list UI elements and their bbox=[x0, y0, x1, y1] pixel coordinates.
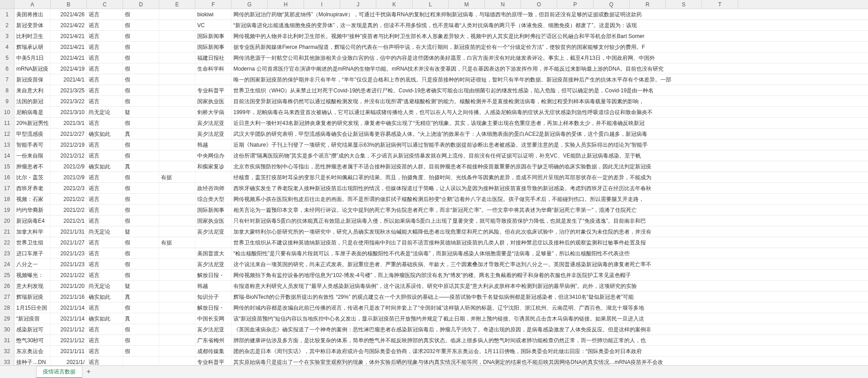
cell[interactable]: 尚无定论 bbox=[87, 281, 123, 291]
cell[interactable]: 假 bbox=[123, 118, 159, 128]
cell[interactable]: 中国长安网 bbox=[195, 313, 232, 324]
cell[interactable] bbox=[159, 42, 195, 52]
cell[interactable] bbox=[159, 226, 195, 237]
cell[interactable]: 确实如此 bbox=[87, 161, 123, 172]
cell[interactable]: 谣言 bbox=[87, 237, 123, 248]
cell[interactable]: 2021/1/23 bbox=[51, 248, 87, 258]
cell[interactable]: 假 bbox=[123, 270, 159, 280]
cell[interactable]: 2021/1/11 bbox=[51, 346, 87, 356]
cell[interactable]: 网传视频拍下角有监控设备的地理信息为“102-博发-4号楼”，而上海肿瘤医院内部… bbox=[232, 270, 268, 280]
cell[interactable]: 谣言 bbox=[87, 194, 123, 204]
cell[interactable] bbox=[195, 74, 232, 85]
cell[interactable]: 20%新冠男性 bbox=[14, 118, 51, 128]
cell[interactable]: 政经咨询师 bbox=[195, 183, 232, 193]
cell[interactable]: 世界卫生组织（WHO）从未禁止过对死于Covid-19的患者进行尸检。Covid… bbox=[232, 85, 268, 96]
cell[interactable]: VC bbox=[195, 20, 232, 30]
cell[interactable]: 约约华裔新 bbox=[14, 205, 51, 215]
cell[interactable]: 其实原始病毒只是提出了一个在实验室里观察到的现象，体外实验后晒的现象与体内真实情… bbox=[232, 357, 268, 365]
cell[interactable]: 网传视频系小孩在医院剃包皮后往出走的画面。而不是所谓的做肛拭子核酸检测后秒变“企… bbox=[232, 194, 268, 204]
row-header[interactable]: 4 bbox=[0, 42, 14, 52]
cell[interactable] bbox=[195, 237, 232, 248]
cell[interactable] bbox=[159, 302, 195, 313]
cell[interactable]: 该“新冠疫苗预约”短信内容以当地疾控中心名义发出，显示新冠疫苗已开放预约并规定了… bbox=[232, 313, 268, 324]
column-header-D[interactable]: D bbox=[123, 0, 159, 9]
cell[interactable]: 真 bbox=[123, 129, 159, 139]
cell[interactable]: 新冠病毒E4 bbox=[14, 215, 51, 226]
cell[interactable]: 韩越 bbox=[195, 281, 232, 291]
row-header[interactable]: 9 bbox=[0, 96, 14, 106]
cell[interactable] bbox=[159, 139, 195, 150]
cell[interactable]: 西班牙养老 bbox=[14, 183, 51, 193]
row-header[interactable]: 3 bbox=[0, 31, 14, 41]
row-header[interactable]: 15 bbox=[0, 161, 14, 172]
cell[interactable]: 中美5月1日 bbox=[14, 53, 51, 63]
cell[interactable]: 解放日报・ bbox=[195, 270, 232, 280]
cell[interactable] bbox=[159, 183, 195, 193]
column-header-G[interactable]: G bbox=[232, 0, 268, 9]
cell[interactable]: 2021/3/25 bbox=[51, 85, 87, 96]
cell[interactable]: 真 bbox=[123, 313, 159, 324]
cell[interactable]: 来自意大利 bbox=[14, 85, 51, 96]
cell[interactable]: 假 bbox=[123, 85, 159, 96]
cell[interactable]: 2021/2/19 bbox=[51, 139, 87, 150]
cell[interactable]: 假 bbox=[123, 31, 159, 41]
cell[interactable]: 东京奥运会 bbox=[14, 346, 51, 356]
cell[interactable]: 2021/4/21 bbox=[51, 53, 87, 63]
cell[interactable]: 宾夕法尼亚 bbox=[195, 118, 232, 128]
cell[interactable] bbox=[159, 9, 195, 19]
cell[interactable] bbox=[195, 172, 232, 182]
cell[interactable]: 2021/4/22 bbox=[51, 20, 87, 30]
cell[interactable]: 比利时卫生 bbox=[14, 31, 51, 41]
cell[interactable]: 西班牙确实发生了养老院老人接种新冠疫苗后出现阳性的情况，但媒体报道过于简略，让人… bbox=[232, 183, 268, 193]
cell[interactable]: 2021/2/2 bbox=[51, 205, 87, 215]
row-header[interactable]: 14 bbox=[0, 150, 14, 161]
cell[interactable]: 2021/1/14 bbox=[51, 313, 87, 324]
cell[interactable]: 福建日报社 bbox=[195, 53, 232, 63]
cell[interactable]: 假 bbox=[123, 150, 159, 161]
cell[interactable] bbox=[123, 357, 159, 365]
cell[interactable]: 国家执业医 bbox=[195, 215, 232, 226]
cell[interactable]: 确实如此 bbox=[87, 313, 123, 324]
row-header[interactable]: 23 bbox=[0, 248, 14, 258]
cell[interactable]: 智能手表可 bbox=[14, 139, 51, 150]
rows-area[interactable]: 1美国将推出2021/4/26谣言假biokiwi网传的新冠治疗药物“莫那皮纳伟… bbox=[0, 9, 868, 365]
cell[interactable]: 美国将推出 bbox=[14, 9, 51, 19]
cell[interactable]: 2021/4/19 bbox=[51, 63, 87, 74]
cell[interactable]: 谣言 bbox=[87, 63, 123, 74]
row-header[interactable]: 31 bbox=[0, 335, 14, 345]
cell[interactable]: 确实如此 bbox=[87, 292, 123, 302]
cell[interactable]: 意大利发现 bbox=[14, 281, 51, 291]
cell[interactable]: 广东省梅州 bbox=[195, 335, 232, 345]
cell[interactable]: 谣言 bbox=[87, 302, 123, 313]
column-header-O[interactable]: O bbox=[521, 0, 557, 9]
cell[interactable]: 谣言 bbox=[87, 172, 123, 182]
cell[interactable]: 假 bbox=[123, 335, 159, 345]
row-header[interactable]: 32 bbox=[0, 346, 14, 356]
cell[interactable]: 2021/2/9 bbox=[51, 172, 87, 182]
cell[interactable]: 真 bbox=[123, 161, 159, 172]
cell[interactable] bbox=[159, 281, 195, 291]
row-header[interactable]: 17 bbox=[0, 183, 14, 193]
cell[interactable]: 这个说法来自一项英国的研究，尚未正式发表。新冠重症患者、严重的基础疾病、年龄大，… bbox=[232, 259, 268, 269]
cell[interactable]: 谣言 bbox=[87, 118, 123, 128]
cell[interactable] bbox=[159, 248, 195, 258]
cell[interactable]: 谣言 bbox=[87, 53, 123, 63]
cell[interactable]: 宾夕法尼亚 bbox=[195, 324, 232, 335]
column-header-S[interactable]: S bbox=[666, 0, 702, 9]
cell[interactable]: 近日意大利一项针对43名新冠肺炎康复者的研究发现，康复者中确实出现了“无精症”的… bbox=[232, 118, 268, 128]
row-header[interactable]: 30 bbox=[0, 324, 14, 335]
cell[interactable]: 唯一的国家新冠疫苗的保护期并非只有半年，“半年”仅仅是合格和上市的底线。只是疫苗… bbox=[232, 74, 268, 85]
cell[interactable]: 尚无定论 bbox=[87, 107, 123, 117]
cell[interactable] bbox=[159, 53, 195, 63]
cell[interactable]: 目前法国变异新冠病毒株仍然可以通过核酸检测发现，并没有出现所谓“逃避核酸检测”的… bbox=[232, 96, 268, 106]
column-header-E[interactable]: E bbox=[159, 0, 195, 9]
cell[interactable]: 假 bbox=[123, 139, 159, 150]
column-header-N[interactable]: N bbox=[485, 0, 521, 9]
row-header[interactable]: 6 bbox=[0, 63, 14, 74]
cell[interactable]: 韩越 bbox=[195, 139, 232, 150]
cell[interactable]: 谣言 bbox=[87, 9, 123, 19]
column-header-B[interactable]: B bbox=[51, 0, 87, 9]
cell[interactable]: 2021/3/1 bbox=[51, 118, 87, 128]
cell[interactable]: 团的杂志是日本《周刊实话》，其中称日本政府或许会与国际奥委会协商，谋求2032年… bbox=[232, 346, 268, 356]
cell[interactable]: 世界卫生组 bbox=[14, 237, 51, 248]
